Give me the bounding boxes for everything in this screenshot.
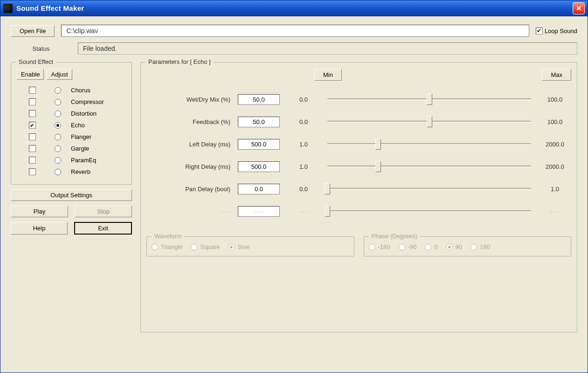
param-min: 1.0 bbox=[287, 163, 320, 170]
help-button[interactable]: Help bbox=[11, 222, 68, 235]
play-stop-row: Play Stop bbox=[11, 206, 132, 217]
param-value-input[interactable]: 50.0 bbox=[238, 94, 280, 105]
enable-checkbox-compressor[interactable] bbox=[29, 98, 36, 105]
phase-option-180: 180 bbox=[470, 243, 490, 250]
effect-label: ParamEq bbox=[71, 157, 96, 164]
param-value-input[interactable]: 0.0 bbox=[238, 184, 280, 194]
param-value-input[interactable]: 50.0 bbox=[238, 117, 280, 127]
parameters-group: Parameters for [ Echo ] Min Max Wet/Dry … bbox=[140, 62, 577, 332]
app-window: Sound Effect Maker ✕ Open File ✔ Loop So… bbox=[0, 0, 588, 373]
param-label: Left Delay (ms) bbox=[146, 141, 230, 148]
exit-button[interactable]: Exit bbox=[74, 222, 132, 235]
max-button[interactable]: Max bbox=[542, 69, 571, 81]
param-value-input[interactable]: 500.0 bbox=[238, 139, 280, 150]
param-value-input[interactable]: 500.0 bbox=[238, 161, 280, 172]
effect-row-chorus: Chorus bbox=[17, 84, 126, 96]
app-icon bbox=[3, 4, 13, 13]
param-max: 100.0 bbox=[539, 96, 571, 103]
help-exit-row: Help Exit bbox=[11, 222, 132, 235]
min-max-row: Min Max bbox=[146, 69, 571, 81]
param-label: Right Delay (ms) bbox=[146, 163, 230, 170]
waveform-option-triangle: Triangle bbox=[152, 243, 182, 250]
phase-option-neg90: -90 bbox=[399, 243, 417, 250]
status-label: Status bbox=[11, 45, 71, 52]
param-row-5: - - -- - -- - -- - - bbox=[146, 200, 571, 222]
enable-checkbox-gargle[interactable] bbox=[29, 145, 36, 152]
enable-header: Enable bbox=[17, 69, 44, 80]
effect-label: Reverb bbox=[71, 168, 90, 175]
param-max: - - - bbox=[539, 208, 571, 215]
param-slider[interactable] bbox=[327, 94, 531, 105]
effect-label: Chorus bbox=[71, 87, 90, 94]
param-value-input: - - - bbox=[238, 206, 280, 217]
effect-row-reverb: Reverb bbox=[17, 166, 126, 178]
close-button[interactable]: ✕ bbox=[573, 2, 585, 14]
phase-legend: Phase (Degrees) bbox=[369, 233, 420, 240]
status-row: Status File loaded. bbox=[11, 42, 577, 55]
waveform-group: Waveform TriangleSquareSine bbox=[146, 236, 354, 256]
waveform-legend: Waveform bbox=[152, 233, 185, 240]
param-max: 1.0 bbox=[539, 186, 571, 193]
open-file-button[interactable]: Open File bbox=[11, 25, 55, 37]
param-slider bbox=[327, 206, 531, 217]
adjust-radio-echo[interactable] bbox=[55, 122, 61, 129]
enable-checkbox-distortion[interactable] bbox=[29, 110, 36, 117]
parameter-rows: Wet/Dry Mix (%)50.00.0100.0Feedback (%)5… bbox=[146, 88, 571, 222]
param-slider[interactable] bbox=[327, 161, 531, 172]
file-path-input[interactable] bbox=[61, 25, 529, 37]
effect-label: Compressor bbox=[71, 98, 104, 105]
enable-checkbox-parameq[interactable] bbox=[29, 157, 36, 164]
effect-label: Flanger bbox=[71, 133, 91, 140]
param-slider[interactable] bbox=[327, 116, 531, 127]
param-min: 0.0 bbox=[287, 118, 320, 125]
param-label: Feedback (%) bbox=[146, 118, 230, 125]
play-button[interactable]: Play bbox=[11, 206, 68, 217]
effects-list: ChorusCompressorDistortion✔EchoFlangerGa… bbox=[17, 84, 126, 178]
param-row-0: Wet/Dry Mix (%)50.00.0100.0 bbox=[146, 88, 571, 111]
adjust-radio-parameq[interactable] bbox=[55, 157, 61, 164]
param-slider[interactable] bbox=[327, 183, 531, 194]
phase-option-90: 90 bbox=[446, 243, 462, 250]
enable-checkbox-chorus[interactable] bbox=[29, 87, 36, 94]
adjust-radio-chorus[interactable] bbox=[55, 87, 61, 94]
parameters-legend: Parameters for [ Echo ] bbox=[145, 58, 214, 65]
param-max: 2000.0 bbox=[539, 141, 571, 148]
param-min: 0.0 bbox=[287, 186, 320, 193]
param-label: Pan Delay (bool) bbox=[146, 186, 230, 193]
left-column: Sound Effect Enable Adjust ChorusCompres… bbox=[11, 62, 132, 235]
param-slider[interactable] bbox=[327, 138, 531, 150]
sound-effect-legend: Sound Effect bbox=[16, 58, 56, 65]
param-min: - - - bbox=[287, 208, 320, 215]
adjust-radio-distortion[interactable] bbox=[55, 111, 61, 117]
effects-header: Enable Adjust bbox=[17, 69, 126, 80]
phase-option-0: 0 bbox=[425, 243, 437, 250]
param-min: 1.0 bbox=[287, 141, 320, 148]
enable-checkbox-reverb[interactable] bbox=[29, 168, 36, 175]
effect-row-distortion: Distortion bbox=[17, 108, 126, 119]
adjust-radio-compressor[interactable] bbox=[55, 99, 61, 105]
waveform-options: TriangleSquareSine bbox=[152, 243, 349, 250]
output-settings-button[interactable]: Output Settings bbox=[11, 189, 132, 201]
effect-row-parameq: ParamEq bbox=[17, 154, 126, 166]
sound-effect-group: Sound Effect Enable Adjust ChorusCompres… bbox=[11, 62, 132, 185]
main-columns: Sound Effect Enable Adjust ChorusCompres… bbox=[11, 62, 577, 332]
adjust-radio-flanger[interactable] bbox=[55, 134, 61, 140]
stop-button: Stop bbox=[75, 206, 132, 217]
loop-sound-checkbox[interactable]: ✔ Loop Sound bbox=[536, 28, 577, 35]
client-area: Open File ✔ Loop Sound Status File loade… bbox=[0, 16, 588, 373]
param-row-4: Pan Delay (bool)0.00.01.0 bbox=[146, 178, 571, 200]
adjust-radio-reverb[interactable] bbox=[55, 169, 61, 175]
param-max: 100.0 bbox=[539, 118, 571, 125]
enable-checkbox-echo[interactable]: ✔ bbox=[29, 122, 36, 129]
sub-groups: Waveform TriangleSquareSine Phase (Degre… bbox=[146, 236, 571, 256]
adjust-radio-gargle[interactable] bbox=[55, 145, 61, 152]
param-label: - - - bbox=[146, 208, 230, 215]
loop-sound-check-icon: ✔ bbox=[536, 28, 543, 35]
effect-row-flanger: Flanger bbox=[17, 131, 126, 143]
min-button[interactable]: Min bbox=[314, 69, 342, 81]
param-max: 2000.0 bbox=[539, 163, 571, 170]
enable-checkbox-flanger[interactable] bbox=[29, 133, 36, 140]
loop-sound-label: Loop Sound bbox=[545, 28, 577, 35]
effect-row-gargle: Gargle bbox=[17, 143, 126, 154]
param-min: 0.0 bbox=[287, 96, 320, 103]
